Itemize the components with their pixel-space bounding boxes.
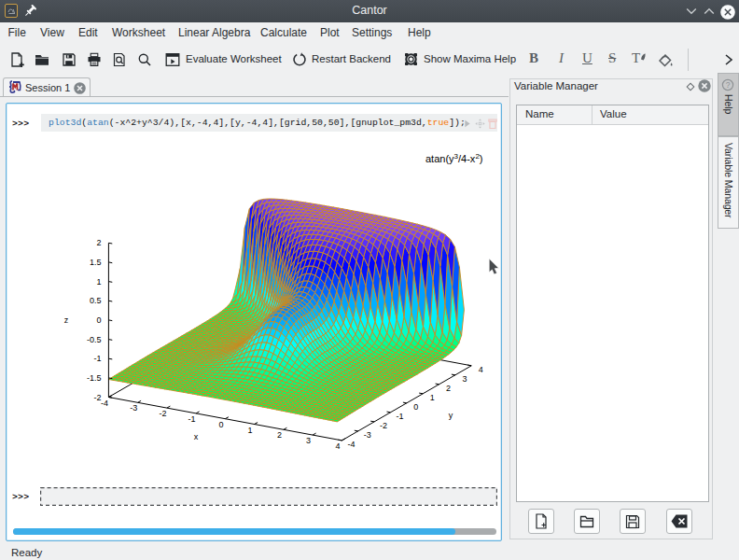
svg-text:?: ? — [726, 80, 731, 90]
